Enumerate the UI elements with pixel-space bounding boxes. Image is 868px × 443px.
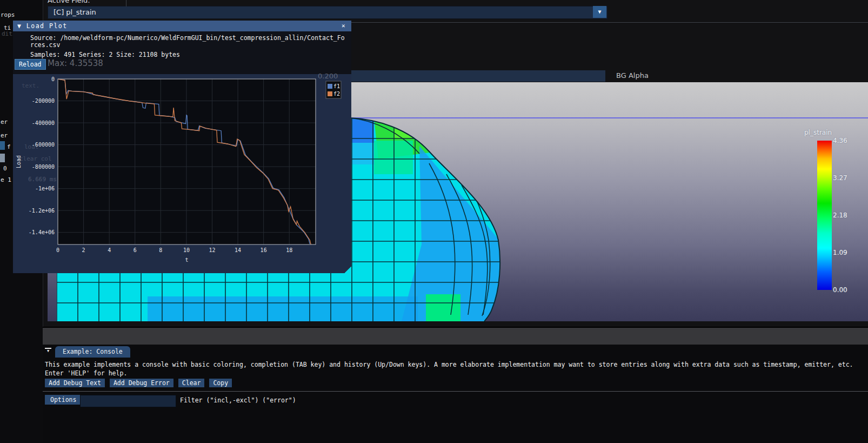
svg-text:t: t	[185, 257, 188, 263]
dropdown-arrow-icon[interactable]: ▼	[593, 6, 606, 18]
add-debug-error-button[interactable]: Add Debug Error	[110, 379, 173, 387]
svg-text:f2: f2	[333, 91, 340, 97]
collapse-arrow-icon[interactable]: ▼	[45, 348, 51, 354]
svg-text:0: 0	[51, 76, 55, 82]
svg-text:f1: f1	[333, 83, 340, 89]
active-field-label: Active Field:	[48, 0, 90, 4]
reload-button[interactable]: Reload	[15, 59, 46, 70]
svg-text:-200000: -200000	[32, 98, 55, 104]
load-plot-title: ▼ Load Plot	[17, 22, 68, 30]
add-debug-text-button[interactable]: Add Debug Text	[45, 379, 105, 387]
sidebar-fragment: er	[1, 118, 8, 125]
active-field-value: [C] pl_strain	[54, 8, 96, 16]
svg-text:-600000: -600000	[32, 142, 55, 148]
application-window: ropstiditionsererf0e 1 Active Field: [C]…	[0, 0, 868, 443]
console-separator	[43, 391, 868, 392]
svg-text:6: 6	[133, 247, 137, 253]
svg-text:18: 18	[286, 247, 292, 253]
sidebar-fragment: e 1	[1, 176, 11, 183]
load-chart: 0246810121416180-200000-400000-600000-80…	[13, 74, 351, 273]
svg-text:0: 0	[56, 247, 59, 253]
top-vertical-divider	[126, 0, 126, 6]
plot-section: 0246810121416180-200000-400000-600000-80…	[13, 74, 351, 273]
source-path-text: Source: /home/weldform-pc/Numerico/WeldF…	[30, 35, 346, 48]
viewport-console-divider	[43, 327, 868, 346]
svg-text:16: 16	[261, 247, 267, 253]
svg-text:-400000: -400000	[32, 120, 55, 126]
svg-text:4: 4	[108, 247, 111, 253]
svg-text:-800000: -800000	[32, 164, 55, 170]
svg-text:-1.2e+06: -1.2e+06	[29, 208, 55, 214]
svg-text:10: 10	[183, 247, 190, 253]
svg-text:2: 2	[82, 247, 85, 253]
svg-text:Load: Load	[16, 155, 22, 168]
sidebar-fragment: f	[7, 143, 11, 150]
filter-input[interactable]	[80, 395, 176, 407]
filter-label: Filter ("incl,-excl") ("error")	[180, 396, 296, 404]
console-panel: ▼ Example: Console This example implemen…	[43, 345, 868, 443]
sidebar-fragment: rops	[1, 11, 15, 18]
sidebar-fragment: 0	[3, 165, 7, 172]
svg-text:8: 8	[159, 247, 162, 253]
copy-button[interactable]: Copy	[209, 379, 232, 387]
close-icon[interactable]: ✕	[342, 22, 345, 29]
svg-text:12: 12	[209, 247, 215, 253]
load-plot-window: ▼ Load Plot ✕ Source: /home/weldform-pc/…	[13, 21, 351, 273]
options-button[interactable]: Options	[45, 395, 82, 405]
sidebar-blue-chip[interactable]	[0, 141, 5, 150]
load-plot-titlebar[interactable]: ▼ Load Plot ✕	[13, 21, 351, 31]
samples-info-text: Samples: 491 Series: 2 Size: 21108 bytes	[30, 51, 180, 58]
svg-text:-1.4e+06: -1.4e+06	[29, 229, 55, 235]
sidebar-gray-chip[interactable]	[0, 154, 5, 162]
clear-button[interactable]: Clear	[178, 379, 205, 387]
svg-text:-1e+06: -1e+06	[35, 186, 55, 191]
console-help-text2: Enter 'HELP' for help.	[45, 369, 127, 377]
console-help-text: This example implements a console with b…	[45, 361, 853, 368]
active-field-dropdown[interactable]: [C] pl_strain	[48, 6, 607, 19]
tab-example-console[interactable]: Example: Console	[55, 346, 130, 358]
console-button-row: Add Debug TextAdd Debug ErrorClearCopy	[45, 379, 232, 387]
bg-alpha-label: BG Alpha	[616, 71, 649, 80]
svg-text:14: 14	[235, 247, 241, 253]
sidebar-fragment: er	[1, 132, 8, 139]
